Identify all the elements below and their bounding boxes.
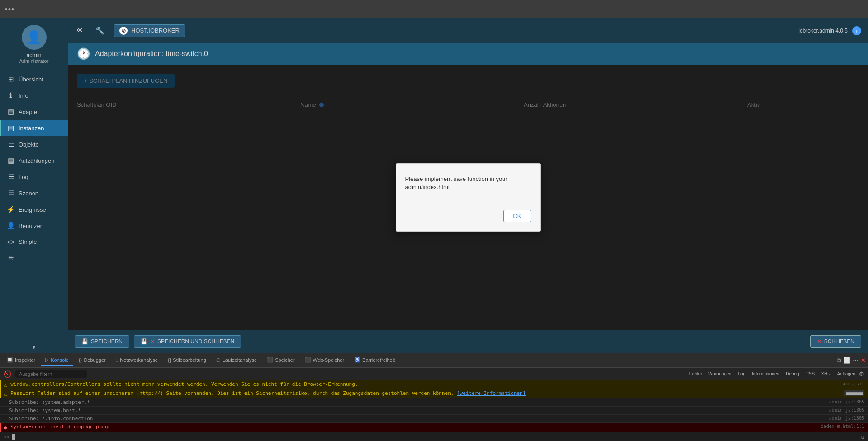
console-input-line: >> ⧉ — [0, 432, 868, 441]
tab-debugger[interactable]: {} Debugger — [74, 355, 110, 366]
devtools-console: ⚠ window.controllers/Controllers sollte … — [0, 380, 868, 441]
sidebar-item-szenen[interactable]: ☰ Szenen — [0, 185, 68, 201]
info-icon: ℹ — [7, 91, 15, 100]
save-close-button[interactable]: 💾 ✕ SPEICHERN UND SCHLIEßEN — [134, 335, 241, 348]
clear-console-icon[interactable]: 🚫 — [4, 370, 11, 378]
sidebar-item-log[interactable]: ☰ Log — [0, 169, 68, 185]
devtools-more-icon[interactable]: ⋯ — [853, 357, 859, 364]
debugger-icon: {} — [79, 357, 82, 363]
page-title: Adapterkonfiguration: time-switch.0 — [95, 50, 208, 58]
sidebar-label-info: Info — [19, 92, 28, 99]
sidebar-item-instanzen[interactable]: ▤ Instanzen — [0, 120, 68, 136]
wrench-button[interactable]: 🔧 — [93, 24, 107, 37]
dialog-overlay: Please implement save function in your a… — [68, 65, 868, 330]
save-button[interactable]: 💾 SPEICHERN — [75, 335, 129, 348]
filter-input[interactable] — [15, 370, 87, 378]
adapter-clock-icon: 🕐 — [77, 47, 90, 60]
tab-netzwerk[interactable]: ↕ Netzwerkanalyse — [111, 355, 162, 366]
sidebar-profile: 👤 admin Administrator — [0, 18, 68, 71]
filter-xhr[interactable]: XHR — [818, 370, 833, 377]
sidebar-nav: ⊞ Übersicht ℹ Info ▤ Adapter ▤ Instanzen… — [0, 71, 68, 341]
console-line-3: Subscribe: system.adapter.* admin.js:130… — [0, 398, 868, 407]
console-text-3: Subscribe: system.adapter.* — [9, 399, 825, 405]
sidebar-item-ereignisse[interactable]: ⚡ Ereignisse — [0, 201, 68, 218]
devtools-undock-icon[interactable]: ⬜ — [843, 357, 850, 364]
console-line-5: Subscribe: *.info.connection admin.js:13… — [0, 415, 868, 423]
devtools-tab-bar: 🔲 Inspektor ▷ Konsole {} Debugger ↕ Netz… — [0, 353, 868, 368]
tab-stilbearbeitung[interactable]: {} Stilbearbeitung — [163, 355, 211, 366]
objekte-icon: ☰ — [7, 140, 15, 148]
sidebar-label-szenen: Szenen — [19, 190, 38, 197]
ereignisse-icon: ⚡ — [7, 205, 15, 213]
sidebar-label-instanzen: Instanzen — [19, 125, 44, 132]
version-label: iobroker.admin 4.0.5 — [798, 28, 848, 34]
devtools-window-controls: ⧉ ⬜ ⋯ ✕ — [837, 357, 866, 364]
filter-debug[interactable]: Debug — [783, 370, 802, 377]
dialog-ok-button[interactable]: OK — [503, 210, 531, 222]
tab-laufzeit[interactable]: ◷ Laufzeitanalyse — [212, 355, 261, 366]
sidebar-item-info[interactable]: ℹ Info — [0, 87, 68, 104]
sidebar-label-skripte: Skripte — [19, 238, 37, 245]
filter-anfragen[interactable]: Anfragen — [834, 370, 858, 377]
szenen-icon: ☰ — [7, 189, 15, 197]
filter-log[interactable]: Log — [735, 370, 748, 377]
console-line-1: ⚠ window.controllers/Controllers sollte … — [0, 380, 868, 389]
console-text-2: Passwort-Felder sind auf einer unsichere… — [10, 390, 841, 396]
toolbar-right: iobroker.admin 4.0.5 i — [798, 26, 861, 35]
role-label: Administrator — [19, 58, 49, 64]
console-text-6: SyntaxError: invalid regexp group — [10, 424, 817, 430]
sidebar-item-adapter[interactable]: ▤ Adapter — [0, 104, 68, 120]
dialog-message: Please implement save function in your a… — [405, 175, 531, 191]
username-label: admin — [27, 52, 42, 58]
browser-bar: ●●● — [0, 0, 868, 18]
filter-css[interactable]: CSS — [803, 370, 818, 377]
console-text-1: window.controllers/Controllers sollte ni… — [10, 381, 839, 387]
benutzer-icon: 👤 — [7, 222, 15, 230]
sidebar-item-extra[interactable]: ✳ — [0, 250, 68, 266]
log-icon: ☰ — [7, 173, 15, 181]
konsole-icon: ▷ — [45, 357, 49, 363]
tab-inspektor[interactable]: 🔲 Inspektor — [2, 355, 40, 366]
danger-x: ✕ — [150, 338, 155, 345]
content-area: + SCHALTPLAN HINZUFÜGEN Schaltplan OID N… — [68, 65, 868, 330]
further-info-link[interactable]: [weitere Informationen] — [457, 390, 526, 396]
sidebar-label-aufzahlungen: Aufzählungen — [19, 157, 55, 164]
close-button[interactable]: ✕ SCHLIEßEN — [810, 335, 861, 348]
sidebar-scroll-down[interactable]: ▼ — [0, 341, 68, 353]
filter-fehler[interactable]: Fehler — [687, 370, 705, 377]
main-content: 👁 🔧 ◎ HOST.IOBROKER iobroker.admin 4.0.5… — [68, 18, 868, 353]
console-text-4: Subscribe: system.host.* — [9, 408, 825, 413]
close-icon: ✕ — [817, 338, 821, 345]
console-prompt-icon: >> — [4, 434, 9, 440]
adapter-icon: ▤ — [7, 108, 15, 116]
devtools-close-icon[interactable]: ✕ — [861, 357, 866, 364]
tab-speicher[interactable]: ⬛ Speicher — [262, 355, 299, 366]
eye-button[interactable]: 👁 — [75, 24, 86, 37]
sidebar-label-benutzer: Benutzer — [19, 223, 42, 229]
host-badge[interactable]: ◎ HOST.IOBROKER — [114, 24, 185, 37]
tab-web-speicher[interactable]: ⬛ Web-Speicher — [300, 355, 349, 366]
console-source-3: admin.js:1305 — [829, 399, 864, 404]
devtools-dock-icon[interactable]: ⧉ — [837, 357, 841, 364]
console-source-6: index_m.html:1:1 — [821, 424, 864, 429]
filter-informationen[interactable]: Informationen — [749, 370, 782, 377]
inspektor-icon: 🔲 — [7, 357, 13, 363]
console-text-5: Subscribe: *.info.connection — [9, 416, 825, 422]
filter-buttons: Fehler Warnungen Log Informationen Debug… — [687, 370, 864, 377]
console-source-1: ace.js:1 — [843, 381, 864, 386]
console-line-2: ⚠ Passwort-Felder sind auf einer unsiche… — [0, 389, 868, 398]
devtools-bottom-icon: ⧉ — [861, 434, 864, 440]
filter-warnungen[interactable]: Warnungen — [706, 370, 734, 377]
sidebar-item-objekte[interactable]: ☰ Objekte — [0, 136, 68, 152]
host-label: HOST.IOBROKER — [131, 27, 180, 34]
devtools-settings-icon[interactable]: ⚙ — [859, 370, 864, 377]
tab-konsole[interactable]: ▷ Konsole — [41, 355, 73, 366]
warning-icon-1: ⚠ — [4, 382, 7, 388]
sidebar-item-ubersicht[interactable]: ⊞ Übersicht — [0, 71, 68, 87]
sidebar-item-benutzer[interactable]: 👤 Benutzer — [0, 218, 68, 234]
sidebar-item-aufzahlungen[interactable]: ▤ Aufzählungen — [0, 152, 68, 169]
console-line-6: ● SyntaxError: invalid regexp group inde… — [0, 423, 868, 432]
sidebar-item-skripte[interactable]: <> Skripte — [0, 234, 68, 250]
laufzeit-icon: ◷ — [216, 357, 221, 363]
tab-barrierefreiheit[interactable]: ♿ Barrierefreiheit — [350, 355, 399, 366]
